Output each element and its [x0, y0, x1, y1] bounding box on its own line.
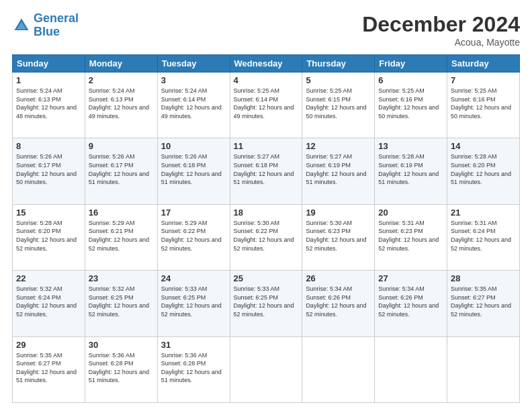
day-info: Sunrise: 5:34 AMSunset: 6:26 PMDaylight:…: [306, 285, 371, 318]
logo-text: General Blue: [34, 12, 79, 39]
calendar-cell: 31Sunrise: 5:36 AMSunset: 6:28 PMDayligh…: [157, 336, 230, 402]
day-info: Sunrise: 5:32 AMSunset: 6:25 PMDaylight:…: [89, 285, 154, 318]
day-number: 19: [306, 208, 371, 218]
day-number: 25: [234, 273, 299, 283]
day-info: Sunrise: 5:26 AMSunset: 6:18 PMDaylight:…: [161, 152, 226, 186]
calendar-cell: [230, 336, 302, 402]
day-header: Tuesday: [157, 55, 230, 73]
day-header: Saturday: [447, 55, 520, 73]
day-number: 8: [16, 141, 81, 151]
day-number: 31: [161, 340, 226, 350]
header: General Blue December 2024 Acoua, Mayott…: [12, 12, 520, 48]
day-number: 15: [16, 208, 81, 218]
day-number: 21: [451, 208, 516, 218]
day-header: Thursday: [302, 55, 375, 73]
day-number: 1: [16, 75, 81, 85]
day-info: Sunrise: 5:25 AMSunset: 6:15 PMDaylight:…: [306, 87, 371, 120]
day-header: Monday: [85, 55, 157, 73]
day-number: 18: [234, 208, 299, 218]
day-info: Sunrise: 5:27 AMSunset: 6:19 PMDaylight:…: [306, 152, 371, 186]
calendar-cell: 3Sunrise: 5:24 AMSunset: 6:14 PMDaylight…: [157, 73, 230, 138]
day-info: Sunrise: 5:26 AMSunset: 6:17 PMDaylight:…: [16, 152, 81, 186]
day-number: 5: [306, 75, 371, 85]
day-info: Sunrise: 5:34 AMSunset: 6:26 PMDaylight:…: [378, 285, 443, 318]
calendar-cell: 11Sunrise: 5:27 AMSunset: 6:18 PMDayligh…: [230, 138, 302, 204]
day-info: Sunrise: 5:25 AMSunset: 6:16 PMDaylight:…: [451, 87, 516, 120]
calendar-cell: 25Sunrise: 5:33 AMSunset: 6:25 PMDayligh…: [230, 271, 302, 336]
day-number: 17: [161, 208, 226, 218]
calendar-cell: 10Sunrise: 5:26 AMSunset: 6:18 PMDayligh…: [157, 138, 230, 204]
day-header: Wednesday: [230, 55, 302, 73]
calendar-cell: 12Sunrise: 5:27 AMSunset: 6:19 PMDayligh…: [302, 138, 375, 204]
calendar-cell: 27Sunrise: 5:34 AMSunset: 6:26 PMDayligh…: [375, 271, 447, 336]
day-info: Sunrise: 5:36 AMSunset: 6:28 PMDaylight:…: [89, 351, 154, 385]
day-info: Sunrise: 5:27 AMSunset: 6:18 PMDaylight:…: [234, 152, 299, 186]
day-number: 16: [89, 208, 154, 218]
month-title: December 2024: [362, 12, 520, 37]
calendar-cell: 1Sunrise: 5:24 AMSunset: 6:13 PMDaylight…: [13, 73, 85, 138]
day-info: Sunrise: 5:28 AMSunset: 6:19 PMDaylight:…: [378, 152, 443, 186]
day-number: 30: [89, 340, 154, 350]
day-info: Sunrise: 5:25 AMSunset: 6:14 PMDaylight:…: [234, 87, 299, 120]
day-info: Sunrise: 5:31 AMSunset: 6:24 PMDaylight:…: [451, 219, 516, 253]
day-number: 7: [451, 75, 516, 85]
logo-icon: [12, 16, 31, 35]
day-number: 6: [378, 75, 443, 85]
day-number: 28: [451, 273, 516, 283]
day-info: Sunrise: 5:32 AMSunset: 6:24 PMDaylight:…: [16, 285, 81, 318]
day-number: 27: [378, 273, 443, 283]
day-info: Sunrise: 5:24 AMSunset: 6:13 PMDaylight:…: [16, 87, 81, 120]
day-number: 3: [161, 75, 226, 85]
calendar-cell: 28Sunrise: 5:35 AMSunset: 6:27 PMDayligh…: [447, 271, 520, 336]
day-info: Sunrise: 5:30 AMSunset: 6:23 PMDaylight:…: [306, 219, 371, 253]
day-header: Sunday: [13, 55, 85, 73]
calendar-cell: 19Sunrise: 5:30 AMSunset: 6:23 PMDayligh…: [302, 204, 375, 270]
day-info: Sunrise: 5:29 AMSunset: 6:22 PMDaylight:…: [161, 219, 226, 253]
day-number: 10: [161, 141, 226, 151]
day-number: 2: [89, 75, 154, 85]
day-number: 12: [306, 141, 371, 151]
calendar-cell: 20Sunrise: 5:31 AMSunset: 6:23 PMDayligh…: [375, 204, 447, 270]
calendar-cell: [375, 336, 447, 402]
day-number: 4: [234, 75, 299, 85]
day-info: Sunrise: 5:31 AMSunset: 6:23 PMDaylight:…: [378, 219, 443, 253]
calendar-cell: 13Sunrise: 5:28 AMSunset: 6:19 PMDayligh…: [375, 138, 447, 204]
calendar-cell: 5Sunrise: 5:25 AMSunset: 6:15 PMDaylight…: [302, 73, 375, 138]
calendar-table: SundayMondayTuesdayWednesdayThursdayFrid…: [12, 54, 520, 403]
calendar-cell: 30Sunrise: 5:36 AMSunset: 6:28 PMDayligh…: [85, 336, 157, 402]
calendar-cell: [302, 336, 375, 402]
location: Acoua, Mayotte: [362, 37, 520, 48]
day-header: Friday: [375, 55, 447, 73]
calendar-cell: 9Sunrise: 5:26 AMSunset: 6:17 PMDaylight…: [85, 138, 157, 204]
calendar-cell: 26Sunrise: 5:34 AMSunset: 6:26 PMDayligh…: [302, 271, 375, 336]
calendar-cell: 29Sunrise: 5:35 AMSunset: 6:27 PMDayligh…: [13, 336, 85, 402]
day-number: 22: [16, 273, 81, 283]
day-info: Sunrise: 5:24 AMSunset: 6:13 PMDaylight:…: [89, 87, 154, 120]
day-info: Sunrise: 5:29 AMSunset: 6:21 PMDaylight:…: [89, 219, 154, 253]
day-number: 20: [378, 208, 443, 218]
calendar-cell: 18Sunrise: 5:30 AMSunset: 6:22 PMDayligh…: [230, 204, 302, 270]
day-number: 24: [161, 273, 226, 283]
day-number: 11: [234, 141, 299, 151]
calendar-cell: 16Sunrise: 5:29 AMSunset: 6:21 PMDayligh…: [85, 204, 157, 270]
day-number: 14: [451, 141, 516, 151]
calendar-cell: [447, 336, 520, 402]
day-info: Sunrise: 5:25 AMSunset: 6:16 PMDaylight:…: [378, 87, 443, 120]
calendar-cell: 8Sunrise: 5:26 AMSunset: 6:17 PMDaylight…: [13, 138, 85, 204]
calendar-cell: 15Sunrise: 5:28 AMSunset: 6:20 PMDayligh…: [13, 204, 85, 270]
calendar-cell: 22Sunrise: 5:32 AMSunset: 6:24 PMDayligh…: [13, 271, 85, 336]
calendar-cell: 23Sunrise: 5:32 AMSunset: 6:25 PMDayligh…: [85, 271, 157, 336]
day-number: 26: [306, 273, 371, 283]
calendar-cell: 17Sunrise: 5:29 AMSunset: 6:22 PMDayligh…: [157, 204, 230, 270]
calendar-cell: 2Sunrise: 5:24 AMSunset: 6:13 PMDaylight…: [85, 73, 157, 138]
day-info: Sunrise: 5:35 AMSunset: 6:27 PMDaylight:…: [451, 285, 516, 318]
day-info: Sunrise: 5:24 AMSunset: 6:14 PMDaylight:…: [161, 87, 226, 120]
day-number: 9: [89, 141, 154, 151]
day-info: Sunrise: 5:36 AMSunset: 6:28 PMDaylight:…: [161, 351, 226, 385]
calendar-cell: 6Sunrise: 5:25 AMSunset: 6:16 PMDaylight…: [375, 73, 447, 138]
day-number: 13: [378, 141, 443, 151]
calendar-cell: 21Sunrise: 5:31 AMSunset: 6:24 PMDayligh…: [447, 204, 520, 270]
day-info: Sunrise: 5:35 AMSunset: 6:27 PMDaylight:…: [16, 351, 81, 385]
day-info: Sunrise: 5:33 AMSunset: 6:25 PMDaylight:…: [234, 285, 299, 318]
day-info: Sunrise: 5:33 AMSunset: 6:25 PMDaylight:…: [161, 285, 226, 318]
